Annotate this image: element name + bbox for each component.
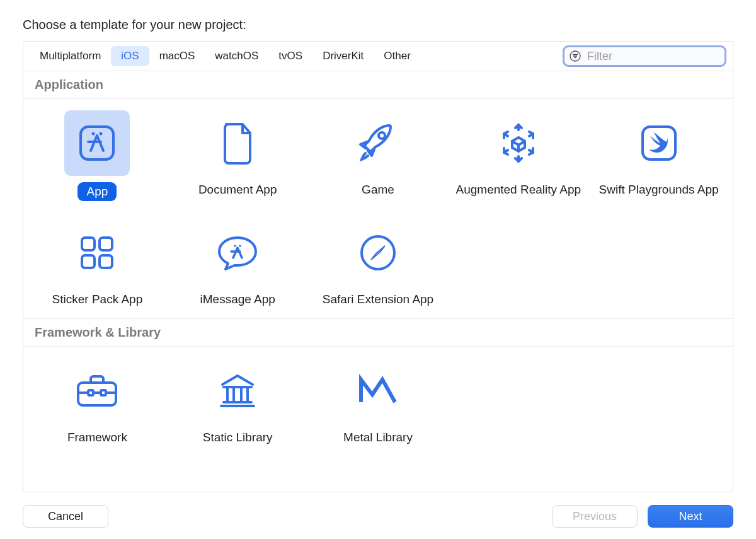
metal-icon (345, 358, 411, 424)
safari-icon (345, 220, 411, 286)
template-label: Metal Library (343, 430, 413, 445)
cancel-button[interactable]: Cancel (23, 505, 108, 528)
template-label: Document App (198, 182, 277, 197)
tab-watchos[interactable]: watchOS (205, 46, 268, 66)
svg-rect-13 (100, 255, 112, 268)
template-label: Sticker Pack App (52, 292, 143, 307)
svg-point-17 (362, 236, 394, 269)
document-icon (205, 110, 270, 176)
template-augmented-reality-app[interactable]: Augmented Reality App (448, 108, 588, 207)
dialog-footer: Cancel Previous Next (23, 492, 733, 528)
tab-driverkit[interactable]: DriverKit (312, 46, 374, 66)
template-sticker-pack-app[interactable]: Sticker Pack App (27, 217, 168, 313)
tab-multiplatform[interactable]: Multiplatform (30, 46, 111, 66)
filter-icon (570, 50, 581, 62)
template-imessage-app[interactable]: iMessage App (168, 217, 308, 313)
template-framework[interactable]: Framework (27, 356, 168, 451)
section-header-application: Application (23, 71, 733, 99)
svg-rect-21 (101, 390, 106, 395)
application-grid: App Document App (23, 99, 733, 319)
toolbox-icon (64, 358, 130, 424)
template-label: Swift Playgrounds App (599, 182, 719, 197)
tab-macos[interactable]: macOS (149, 46, 205, 66)
svg-point-15 (234, 245, 236, 246)
template-label: App (77, 182, 117, 201)
filter-input[interactable] (586, 49, 733, 64)
sticker-grid-icon (64, 220, 130, 286)
svg-point-16 (239, 245, 241, 246)
template-label: Framework (67, 430, 127, 445)
template-static-library[interactable]: Static Library (168, 356, 308, 451)
dialog-title: Choose a template for your new project: (23, 18, 733, 32)
svg-rect-11 (100, 238, 112, 250)
tab-tvos[interactable]: tvOS (268, 46, 312, 66)
previous-button: Previous (552, 505, 638, 528)
template-document-app[interactable]: Document App (168, 108, 308, 207)
library-icon (205, 358, 270, 424)
section-header-framework: Framework & Library (23, 319, 733, 347)
filter-field[interactable] (563, 45, 726, 67)
tab-ios[interactable]: iOS (111, 46, 149, 66)
arkit-icon (486, 110, 551, 176)
imessage-icon (205, 220, 270, 286)
template-label: Safari Extension App (323, 292, 433, 307)
framework-grid: Framework Static Library (23, 347, 733, 456)
next-button[interactable]: Next (648, 505, 733, 528)
rocket-icon (345, 110, 411, 176)
svg-rect-12 (82, 255, 94, 268)
tab-other[interactable]: Other (374, 46, 421, 66)
template-panel: Multiplatform iOS macOS watchOS tvOS Dri… (23, 41, 733, 492)
svg-point-6 (92, 132, 95, 136)
template-label: iMessage App (200, 292, 275, 307)
template-label: Augmented Reality App (456, 182, 581, 197)
template-label: Game (362, 182, 394, 197)
svg-rect-10 (82, 238, 94, 250)
template-safari-extension-app[interactable]: Safari Extension App (308, 217, 449, 313)
template-game[interactable]: Game (308, 108, 449, 207)
app-icon (64, 110, 130, 176)
svg-point-8 (379, 132, 385, 139)
platform-tabbar: Multiplatform iOS macOS watchOS tvOS Dri… (23, 42, 733, 71)
template-swift-playgrounds-app[interactable]: Swift Playgrounds App (588, 108, 729, 207)
template-label: Static Library (203, 430, 273, 445)
swift-icon (626, 110, 692, 176)
template-metal-library[interactable]: Metal Library (308, 356, 449, 451)
template-app[interactable]: App (27, 108, 168, 207)
svg-rect-20 (88, 390, 93, 395)
svg-point-7 (100, 132, 103, 136)
